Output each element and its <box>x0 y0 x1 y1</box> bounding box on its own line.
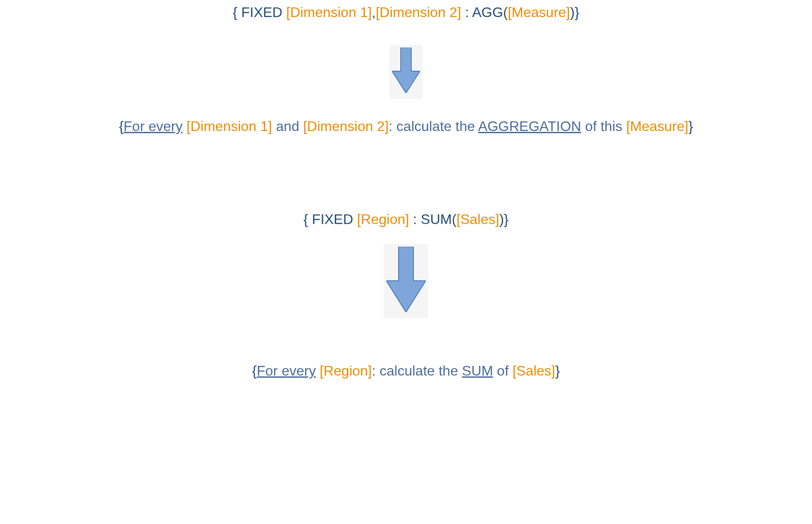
diagram-container: { FIXED [Dimension 1],[Dimension 2] : AG… <box>0 0 812 379</box>
sum-word: SUM <box>462 363 493 379</box>
aggregation-word: AGGREGATION <box>478 118 581 134</box>
open-brace: { <box>252 363 257 379</box>
lod-formula-generic-english: {For every [Dimension 1] and [Dimension … <box>119 118 693 134</box>
sales-measure: [Sales] <box>513 363 555 379</box>
sales-measure: [Sales] <box>457 211 500 227</box>
of-this-phrase: of this <box>581 118 626 134</box>
open-brace: { <box>303 211 312 227</box>
paren-open: ( <box>452 211 457 227</box>
down-arrow-icon <box>389 45 423 99</box>
paren-open: ( <box>503 4 508 20</box>
comma: , <box>372 4 376 20</box>
colon: : <box>461 4 472 20</box>
dimension-2: [Dimension 2] <box>376 4 462 20</box>
paren-close: ) <box>570 4 575 20</box>
space <box>183 118 187 134</box>
agg-keyword: AGG <box>472 4 503 20</box>
close-brace: } <box>575 4 580 20</box>
open-brace: { <box>119 118 124 134</box>
measure: [Measure] <box>626 118 688 134</box>
svg-marker-0 <box>392 48 420 93</box>
colon: : <box>409 211 421 227</box>
close-brace: } <box>555 363 560 379</box>
calculate-phrase: : calculate the <box>389 118 478 134</box>
measure: [Measure] <box>508 4 570 20</box>
dimension-1: [Dimension 1] <box>187 118 272 134</box>
down-arrow-icon <box>384 244 428 318</box>
fixed-keyword: FIXED <box>312 211 357 227</box>
lod-formula-example-english: {For every [Region]: calculate the SUM o… <box>252 363 560 379</box>
and-word: and <box>272 118 303 134</box>
region-dimension: [Region] <box>357 211 409 227</box>
close-brace: } <box>688 118 693 134</box>
sum-keyword: SUM <box>421 211 452 227</box>
space <box>316 363 320 379</box>
of-word: of <box>493 363 512 379</box>
paren-close: ) <box>499 211 504 227</box>
for-every-phrase: For every <box>124 118 183 134</box>
lod-formula-generic-syntax: { FIXED [Dimension 1],[Dimension 2] : AG… <box>232 4 579 21</box>
lod-formula-example-syntax: { FIXED [Region] : SUM([Sales])} <box>303 211 509 228</box>
dimension-2: [Dimension 2] <box>303 118 389 134</box>
for-every-phrase: For every <box>257 363 316 379</box>
region-dimension: [Region] <box>320 363 372 379</box>
close-brace: } <box>504 211 509 227</box>
open-brace: { <box>232 4 241 20</box>
calculate-phrase: : calculate the <box>372 363 462 379</box>
dimension-1: [Dimension 1] <box>286 4 372 20</box>
svg-marker-1 <box>386 247 426 312</box>
fixed-keyword: FIXED <box>241 4 286 20</box>
